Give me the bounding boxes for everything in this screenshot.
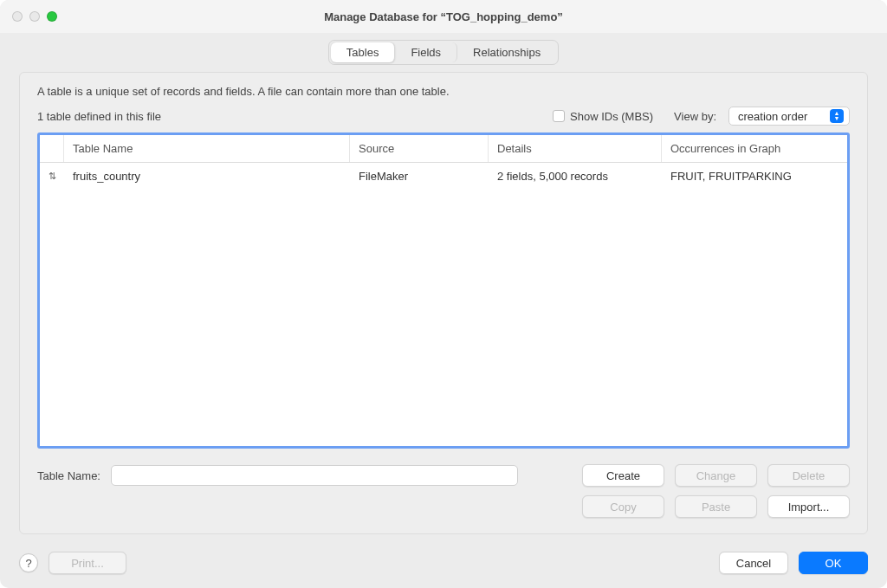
window-title: Manage Database for “TOG_hopping_demo” — [10, 10, 877, 23]
cell-name: fruits_country — [64, 168, 350, 184]
ok-button[interactable]: OK — [799, 552, 868, 574]
titlebar: Manage Database for “TOG_hopping_demo” — [0, 0, 887, 33]
column-details[interactable]: Details — [489, 135, 662, 162]
minimize-window-button[interactable] — [29, 11, 40, 22]
traffic-lights — [12, 11, 57, 22]
column-occurrences[interactable]: Occurrences in Graph — [662, 135, 847, 162]
change-button: Change — [675, 464, 757, 487]
table-count-label: 1 table defined in this file — [37, 110, 541, 123]
table-name-row: Table Name: Create Change Delete — [37, 464, 850, 487]
table-name-label: Table Name: — [37, 469, 100, 482]
column-source[interactable]: Source — [350, 135, 489, 162]
content: Tables Fields Relationships A table is a… — [0, 33, 887, 543]
view-by-select[interactable]: creation order ▲▼ — [728, 107, 850, 126]
paste-button: Paste — [675, 495, 757, 518]
show-ids-checkbox-wrap[interactable]: Show IDs (MBS) — [553, 110, 653, 123]
table-header: Table Name Source Details Occurrences in… — [40, 135, 847, 163]
dialog-window: Manage Database for “TOG_hopping_demo” T… — [0, 0, 887, 588]
import-button[interactable]: Import... — [767, 495, 850, 518]
tables-panel: A table is a unique set of records and f… — [19, 72, 868, 534]
view-by-label: View by: — [674, 110, 716, 123]
tab-fields[interactable]: Fields — [395, 42, 457, 62]
zoom-window-button[interactable] — [47, 11, 57, 22]
cell-occurrences: FRUIT, FRUITPARKING — [662, 168, 847, 184]
close-window-button[interactable] — [12, 11, 23, 22]
cell-details: 2 fields, 5,000 records — [489, 168, 662, 184]
segmented-tabs: Tables Fields Relationships — [328, 40, 559, 65]
meta-row: 1 table defined in this file Show IDs (M… — [37, 107, 850, 126]
print-button: Print... — [49, 552, 126, 574]
select-arrows-icon: ▲▼ — [830, 109, 844, 123]
cancel-button[interactable]: Cancel — [719, 552, 788, 574]
table-name-input[interactable] — [111, 465, 518, 486]
tab-relationships[interactable]: Relationships — [457, 42, 556, 62]
tab-tables[interactable]: Tables — [331, 42, 396, 62]
drag-handle-icon[interactable]: ⇅ — [40, 168, 64, 184]
action-buttons-row2: Copy Paste Import... — [37, 495, 850, 518]
table-row[interactable]: ⇅ fruits_country FileMaker 2 fields, 5,0… — [40, 163, 847, 190]
dialog-footer: ? Print... Cancel OK — [0, 543, 887, 588]
copy-button: Copy — [582, 495, 664, 518]
show-ids-label: Show IDs (MBS) — [570, 110, 653, 123]
action-buttons-row1: Create Change Delete — [582, 464, 850, 487]
show-ids-checkbox[interactable] — [553, 110, 565, 122]
create-button[interactable]: Create — [582, 464, 664, 487]
column-drag-handle — [40, 135, 64, 162]
tab-bar: Tables Fields Relationships — [19, 40, 868, 65]
column-table-name[interactable]: Table Name — [64, 135, 350, 162]
help-button[interactable]: ? — [19, 553, 38, 572]
tables-list[interactable]: Table Name Source Details Occurrences in… — [37, 132, 850, 449]
delete-button: Delete — [767, 464, 850, 487]
cell-source: FileMaker — [350, 168, 489, 184]
view-by-value: creation order — [738, 110, 807, 123]
panel-description: A table is a unique set of records and f… — [37, 85, 850, 98]
table-body: ⇅ fruits_country FileMaker 2 fields, 5,0… — [40, 163, 847, 446]
